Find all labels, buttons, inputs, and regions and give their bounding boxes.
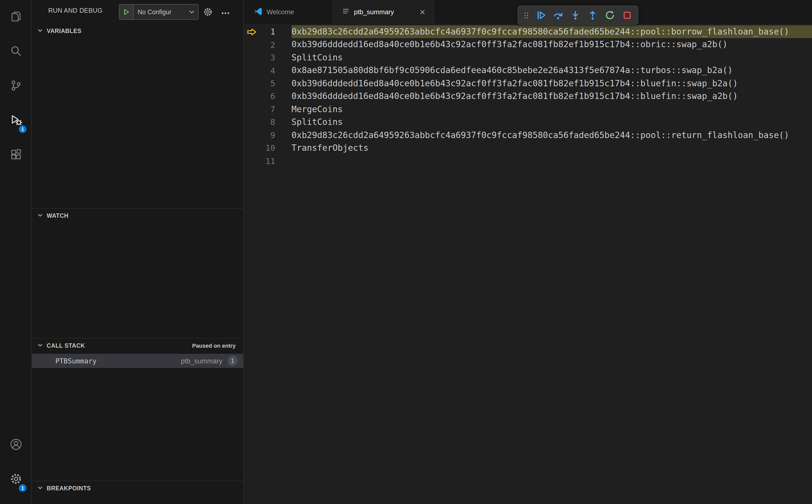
activity-bar-item-extensions[interactable] xyxy=(0,138,31,173)
code-line: 50xb39d6dddedd16ed8a40ce0b1e6b43c92acf0f… xyxy=(244,77,812,90)
breakpoints-pane: BREAKPOINTS xyxy=(32,481,243,504)
line-number: 7 xyxy=(270,105,291,114)
chevron-down-icon xyxy=(37,26,43,35)
line-number: 3 xyxy=(270,53,291,62)
call-stack-frame-row[interactable]: PTBSummary ptb_summary 1 xyxy=(32,354,243,368)
line-text[interactable]: 0xb39d6dddedd16ed8a40ce0b1e6b43c92acf0ff… xyxy=(291,38,812,51)
editor-gutter[interactable]: 8 xyxy=(244,116,291,129)
stack-frame-line-badge: 1 xyxy=(227,356,238,366)
vscode-logo-icon xyxy=(254,7,262,17)
watch-pane-header[interactable]: WATCH xyxy=(32,209,243,222)
sidebar-title: RUN AND DEBUG xyxy=(48,7,103,14)
chevron-down-icon xyxy=(37,211,43,220)
start-debugging-button[interactable] xyxy=(119,5,134,19)
editor-group: Welcome ptb_summary xyxy=(244,0,812,504)
variables-pane-label: VARIABLES xyxy=(47,28,81,34)
tab-label: ptb_summary xyxy=(354,8,394,16)
variables-pane: VARIABLES xyxy=(32,24,243,208)
code-line: 10TransferObjects xyxy=(244,142,812,155)
debug-current-line-arrow-icon xyxy=(247,27,257,37)
search-icon xyxy=(9,44,22,59)
editor-gutter[interactable]: 4 xyxy=(244,64,291,77)
sidebar-header: RUN AND DEBUG No Configur xyxy=(32,0,243,24)
editor-gutter[interactable]: 3 xyxy=(244,51,291,64)
call-stack-status: Paused on entry xyxy=(192,342,236,348)
activity-bar-item-settings[interactable]: 1 xyxy=(0,462,31,497)
code-line: 60xb39d6dddedd16ed8a40ce0b1e6b43c92acf0f… xyxy=(244,90,812,103)
editor-gutter[interactable]: 9 xyxy=(244,129,291,142)
activity-bar-item-source-control[interactable] xyxy=(0,69,31,104)
line-text[interactable]: 0xb39d6dddedd16ed8a40ce0b1e6b43c92acf0ff… xyxy=(291,90,812,103)
tab-welcome[interactable]: Welcome xyxy=(244,0,333,24)
debug-launch-control: No Configur xyxy=(119,4,198,20)
step-out-button[interactable] xyxy=(584,8,601,23)
line-text[interactable]: TransferObjects xyxy=(291,142,812,155)
stop-button[interactable] xyxy=(619,8,635,23)
editor-gutter[interactable]: 6 xyxy=(244,90,291,103)
editor-gutter[interactable]: 10 xyxy=(244,142,291,155)
extensions-icon xyxy=(9,148,22,163)
line-number: 6 xyxy=(270,92,291,101)
activity-bar-item-accounts[interactable] xyxy=(0,428,31,462)
code-line: 8SplitCoins xyxy=(244,116,812,129)
watch-pane-label: WATCH xyxy=(47,212,69,219)
line-text[interactable]: SplitCoins xyxy=(291,51,812,64)
line-text[interactable]: MergeCoins xyxy=(291,103,812,116)
activity-bar-item-run-and-debug[interactable]: 1 xyxy=(0,104,31,138)
run-and-debug-sidebar: RUN AND DEBUG No Configur xyxy=(32,0,244,504)
line-text[interactable]: 0xb39d6dddedd16ed8a40ce0b1e6b43c92acf0ff… xyxy=(291,77,812,90)
line-number: 11 xyxy=(265,156,291,166)
code-line: 3SplitCoins xyxy=(244,51,812,64)
explorer-icon xyxy=(9,10,22,25)
stack-frame-source: ptb_summary xyxy=(181,357,222,365)
debug-badge: 1 xyxy=(18,125,27,133)
file-list-icon xyxy=(342,7,350,17)
breakpoints-pane-label: BREAKPOINTS xyxy=(47,485,91,491)
code-line: 40x8ae871505a80d8bf6bf9c05906cda6edfeea4… xyxy=(244,64,812,77)
continue-button[interactable] xyxy=(532,8,549,23)
code-line: 7MergeCoins xyxy=(244,103,812,116)
line-number: 4 xyxy=(270,66,291,75)
activity-bar-item-search[interactable] xyxy=(0,35,31,69)
line-text[interactable]: 0x8ae871505a80d8bf6bf9c05906cda6edfeea46… xyxy=(291,64,812,77)
code-line: 11 xyxy=(244,155,812,167)
editor-gutter[interactable]: 11 xyxy=(244,155,291,167)
call-stack-pane-header[interactable]: CALL STACK Paused on entry xyxy=(32,339,243,352)
line-number: 2 xyxy=(270,40,291,49)
toolbar-gripper-handle[interactable] xyxy=(521,8,532,23)
activity-bar: 1 xyxy=(0,0,31,504)
account-icon xyxy=(9,438,22,452)
call-stack-pane-label: CALL STACK xyxy=(47,342,85,348)
debug-settings-gear-button[interactable] xyxy=(203,7,213,17)
line-number: 8 xyxy=(270,117,291,127)
activity-bar-item-explorer[interactable] xyxy=(0,0,31,35)
line-number: 5 xyxy=(270,79,291,88)
settings-badge: 1 xyxy=(18,484,27,492)
call-stack-pane: CALL STACK Paused on entry PTBSummary pt… xyxy=(32,338,243,481)
chevron-down-icon[interactable] xyxy=(188,5,198,19)
watch-pane: WATCH xyxy=(32,208,243,338)
close-icon[interactable] xyxy=(418,7,427,16)
step-into-button[interactable] xyxy=(567,8,584,23)
step-over-button[interactable] xyxy=(550,8,566,23)
line-text[interactable]: 0xb29d83c26cdd2a64959263abbcfc4a6937f0c9… xyxy=(291,25,812,38)
variables-pane-header[interactable]: VARIABLES xyxy=(32,24,243,38)
debug-toolbar xyxy=(518,6,638,25)
editor-code-area[interactable]: 10xb29d83c26cdd2a64959263abbcfc4a6937f0c… xyxy=(244,24,812,504)
code-line: 90xb29d83c26cdd2a64959263abbcfc4a6937f0c… xyxy=(244,129,812,142)
editor-gutter[interactable]: 2 xyxy=(244,38,291,51)
editor-lines: 10xb29d83c26cdd2a64959263abbcfc4a6937f0c… xyxy=(244,25,812,167)
line-number: 10 xyxy=(265,143,291,153)
line-text[interactable]: 0xb29d83c26cdd2a64959263abbcfc4a6937f0c9… xyxy=(291,129,812,142)
debug-configuration-dropdown[interactable]: No Configur xyxy=(134,5,188,19)
chevron-down-icon xyxy=(37,483,43,493)
breakpoints-pane-header[interactable]: BREAKPOINTS xyxy=(32,481,243,495)
editor-gutter[interactable]: 7 xyxy=(244,103,291,116)
editor-gutter[interactable]: 1 xyxy=(244,25,291,38)
code-line: 20xb39d6dddedd16ed8a40ce0b1e6b43c92acf0f… xyxy=(244,38,812,51)
editor-gutter[interactable]: 5 xyxy=(244,77,291,90)
more-actions-button[interactable] xyxy=(221,9,230,18)
line-text[interactable]: SplitCoins xyxy=(291,116,812,129)
restart-button[interactable] xyxy=(601,8,618,23)
tab-ptb-summary[interactable]: ptb_summary xyxy=(333,0,434,24)
